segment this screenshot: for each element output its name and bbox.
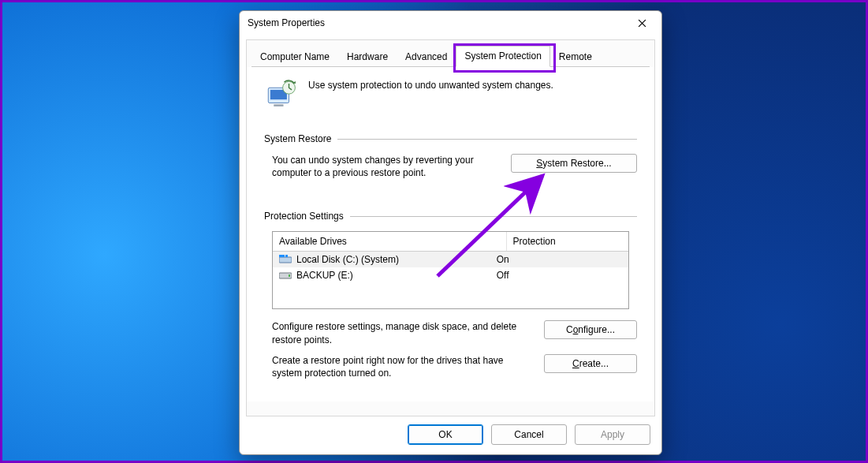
titlebar[interactable]: System Properties (240, 11, 661, 35)
drive-name: Local Disk (C:) (System) (296, 254, 492, 265)
drive-protection: Off (497, 270, 622, 281)
drive-icon (279, 271, 292, 280)
dialog-buttons: OK Cancel Apply (408, 424, 650, 445)
intro-text: Use system protection to undo unwanted s… (308, 78, 553, 91)
drive-name: BACKUP (E:) (296, 270, 492, 281)
svg-rect-8 (289, 274, 290, 277)
system-protection-icon (264, 78, 297, 111)
group-rule (337, 139, 637, 140)
system-properties-dialog: System Properties Computer Name Hardware… (239, 10, 662, 455)
group-rule (350, 216, 637, 217)
close-button[interactable] (628, 13, 655, 32)
drive-row[interactable]: Local Disk (C:) (System)On (273, 252, 628, 267)
group-title-settings: Protection Settings (264, 211, 344, 222)
restore-desc: You can undo system changes by reverting… (272, 154, 500, 179)
svg-rect-6 (285, 255, 288, 257)
col-protection[interactable]: Protection (507, 232, 628, 251)
window-title: System Properties (248, 17, 325, 28)
drive-icon (279, 255, 292, 264)
drives-header: Available Drives Protection (273, 232, 628, 252)
configure-desc: Configure restore settings, manage disk … (272, 320, 533, 345)
tabstrip: Computer Name Hardware Advanced System P… (247, 40, 654, 66)
configure-button[interactable]: Configure... (544, 320, 637, 339)
drive-row[interactable]: BACKUP (E:)Off (273, 267, 628, 283)
ok-button[interactable]: OK (408, 424, 483, 445)
tab-system-protection[interactable]: System Protection (456, 46, 549, 67)
create-desc: Create a restore point right now for the… (272, 354, 533, 379)
tab-advanced[interactable]: Advanced (397, 47, 456, 67)
svg-rect-2 (274, 104, 283, 106)
drives-body: Local Disk (C:) (System)OnBACKUP (E:)Off (273, 252, 628, 308)
tab-pane: Use system protection to undo unwanted s… (247, 67, 654, 401)
tab-remote[interactable]: Remote (550, 47, 601, 67)
tab-computer-name[interactable]: Computer Name (251, 47, 338, 67)
create-button[interactable]: Create... (544, 354, 637, 373)
close-icon (638, 19, 646, 28)
group-title-restore: System Restore (264, 133, 331, 144)
group-system-restore: System Restore You can undo system chang… (264, 133, 637, 179)
group-protection-settings: Protection Settings Available Drives Pro… (264, 211, 637, 379)
apply-button[interactable]: Apply (575, 424, 650, 445)
system-restore-button[interactable]: System Restore... (511, 154, 637, 173)
drive-protection: On (497, 254, 622, 265)
drives-listview[interactable]: Available Drives Protection Local Disk (… (272, 231, 629, 309)
svg-rect-4 (279, 257, 292, 263)
col-available-drives[interactable]: Available Drives (273, 232, 507, 251)
intro-row: Use system protection to undo unwanted s… (264, 78, 637, 111)
tab-hardware[interactable]: Hardware (338, 47, 397, 67)
client-area: Computer Name Hardware Advanced System P… (246, 39, 655, 416)
svg-rect-5 (279, 255, 285, 257)
cancel-button[interactable]: Cancel (491, 424, 567, 445)
